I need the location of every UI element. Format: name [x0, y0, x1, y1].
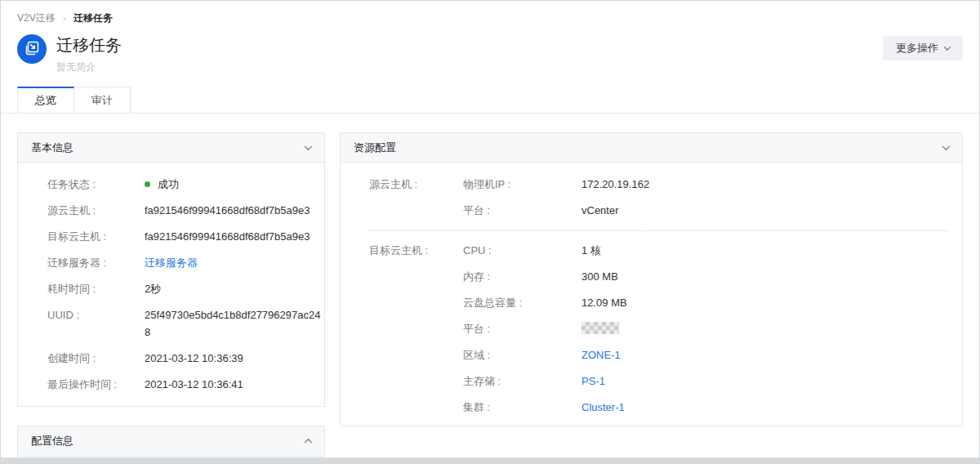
field-label: UUID :: [47, 306, 145, 323]
chevron-up-icon[interactable]: [305, 438, 313, 446]
resource-config-panel-title: 资源配置: [354, 141, 943, 155]
config-info-panel-header[interactable]: 配置信息: [18, 426, 324, 456]
field-value: 迁移服务器: [145, 254, 323, 271]
table-row: CPU : 1 核: [463, 242, 949, 259]
migration-server-link[interactable]: 迁移服务器: [145, 257, 198, 269]
field-label: 最后操作时间 :: [47, 376, 145, 393]
page-header: 迁移任务 暂无简介 更多操作: [1, 25, 979, 74]
table-row: 物理机IP : 172.20.19.162: [463, 176, 949, 193]
field-label: 迁移服务器 :: [47, 254, 145, 271]
table-row: 最后操作时间 : 2021-03-12 10:36:41: [47, 376, 323, 393]
left-column: 基本信息 任务状态 : 成功 源云主机 : fa921546f99941668d…: [17, 132, 325, 457]
field-value: ZONE-1: [581, 346, 949, 364]
field-label: 源云主机 :: [47, 202, 145, 219]
group-rows: CPU : 1 核 内存 : 300 MB 云盘总容量 : 12.09 MB: [463, 242, 949, 425]
status-badge: 成功: [145, 176, 323, 193]
field-value: PS-1: [581, 373, 949, 390]
redacted-value: [581, 322, 619, 334]
target-vm-group: 目标云主机 : CPU : 1 核 内存 : 300 MB 云盘: [369, 242, 949, 425]
tab-audit-label: 审计: [91, 93, 113, 108]
table-row: 内存 : 300 MB: [463, 268, 949, 285]
page-subtitle: 暂无简介: [56, 60, 883, 74]
field-label: 区域 :: [463, 346, 581, 364]
table-row: 创建时间 : 2021-03-12 10:36:39: [47, 350, 323, 367]
more-actions-label: 更多操作: [896, 41, 938, 56]
field-label: 集群 :: [463, 399, 581, 416]
source-vm-group: 源云主机 : 物理机IP : 172.20.19.162 平台 : vCente…: [369, 176, 949, 228]
disk-capacity-value: 12.09 MB: [581, 294, 949, 311]
tab-bar: 总览 审计: [1, 87, 979, 114]
source-platform-value: vCenter: [581, 202, 949, 219]
config-info-panel: 配置信息: [17, 426, 325, 457]
right-column: 资源配置 源云主机 : 物理机IP : 172.20.19.162: [340, 132, 963, 426]
table-row: 任务状态 : 成功: [47, 176, 323, 193]
tab-audit[interactable]: 审计: [74, 87, 131, 113]
breadcrumb: V2V迁移 › 迁移任务: [1, 1, 979, 25]
task-uuid-value: 25f49730e5bd4c1b8df27796297ac248: [145, 306, 323, 341]
migration-task-icon: [17, 34, 47, 64]
basic-info-body: 任务状态 : 成功 源云主机 : fa921546f99941668df68df…: [18, 163, 324, 406]
cluster-link[interactable]: Cluster-1: [581, 401, 625, 413]
field-label: 主存储 :: [463, 373, 581, 390]
overview-content: 基本信息 任务状态 : 成功 源云主机 : fa921546f99941668d…: [1, 114, 979, 457]
field-label: 云盘总容量 :: [463, 294, 581, 311]
target-vm-uuid: fa921546f99941668df68df7b5a9e3: [145, 228, 323, 245]
breadcrumb-parent-link[interactable]: V2V迁移: [17, 12, 56, 24]
source-vm-uuid: fa921546f99941668df68df7b5a9e3: [145, 202, 323, 219]
breadcrumb-current: 迁移任务: [74, 12, 113, 24]
group-label: 源云主机 :: [369, 176, 463, 193]
chevron-down-icon[interactable]: [305, 142, 313, 150]
resource-config-body: 源云主机 : 物理机IP : 172.20.19.162 平台 : vCente…: [341, 163, 962, 426]
group-rows: 物理机IP : 172.20.19.162 平台 : vCenter: [463, 176, 949, 228]
field-value: Cluster-1: [581, 399, 949, 416]
page-title: 迁移任务: [56, 34, 883, 56]
host-ip-value: 172.20.19.162: [581, 176, 949, 193]
table-row: 平台 :: [463, 320, 949, 337]
table-row: 云盘总容量 : 12.09 MB: [463, 294, 949, 311]
table-row: 区域 : ZONE-1: [463, 346, 949, 364]
field-label: 物理机IP :: [463, 176, 581, 193]
table-row: 主存储 : PS-1: [463, 373, 949, 390]
field-label: 耗时时间 :: [47, 280, 145, 297]
table-row: 平台 : vCenter: [463, 202, 949, 219]
breadcrumb-separator-icon: ›: [63, 13, 66, 23]
zone-link[interactable]: ZONE-1: [581, 349, 621, 361]
resource-config-panel-header[interactable]: 资源配置: [341, 133, 962, 163]
group-label: 目标云主机 :: [369, 242, 463, 259]
table-row: 集群 : Cluster-1: [463, 399, 949, 416]
chevron-down-icon[interactable]: [942, 142, 951, 150]
basic-info-panel-title: 基本信息: [31, 141, 305, 155]
tab-overview-label: 总览: [35, 93, 56, 108]
field-label: 创建时间 :: [47, 350, 145, 367]
table-row: 耗时时间 : 2秒: [47, 280, 323, 297]
title-block: 迁移任务 暂无简介: [56, 34, 883, 74]
status-dot-icon: [145, 181, 150, 187]
field-label: 平台 :: [463, 202, 581, 219]
field-label: 任务状态 :: [47, 176, 145, 193]
field-label: 内存 :: [463, 268, 581, 285]
elapsed-time-value: 2秒: [145, 280, 323, 297]
group-divider: [369, 230, 949, 231]
table-row: 源云主机 : fa921546f99941668df68df7b5a9e3: [47, 202, 323, 219]
field-label: 平台 :: [463, 320, 581, 337]
basic-info-panel: 基本信息 任务状态 : 成功 源云主机 : fa921546f99941668d…: [17, 132, 325, 407]
field-label: 目标云主机 :: [47, 228, 145, 245]
window-bottom-edge: [1, 457, 979, 463]
config-info-panel-title: 配置信息: [31, 434, 305, 448]
primary-storage-link[interactable]: PS-1: [581, 375, 605, 387]
cpu-value: 1 核: [581, 242, 949, 259]
migration-task-detail-page: V2V迁移 › 迁移任务 迁移任务 暂无简介 更多操作 总览 审计: [0, 0, 980, 464]
create-time-value: 2021-03-12 10:36:39: [145, 350, 323, 367]
chevron-down-icon: [944, 43, 951, 50]
table-row: 目标云主机 : fa921546f99941668df68df7b5a9e3: [47, 228, 323, 245]
table-row: UUID : 25f49730e5bd4c1b8df27796297ac248: [47, 306, 323, 341]
basic-info-panel-header[interactable]: 基本信息: [18, 133, 324, 163]
table-row: 迁移服务器 : 迁移服务器: [47, 254, 323, 271]
resource-config-panel: 资源配置 源云主机 : 物理机IP : 172.20.19.162: [340, 132, 963, 426]
tab-overview[interactable]: 总览: [17, 87, 74, 113]
status-text: 成功: [158, 178, 179, 190]
last-op-time-value: 2021-03-12 10:36:41: [145, 376, 323, 393]
memory-value: 300 MB: [581, 268, 949, 285]
field-label: CPU :: [463, 242, 581, 259]
more-actions-button[interactable]: 更多操作: [883, 36, 963, 60]
